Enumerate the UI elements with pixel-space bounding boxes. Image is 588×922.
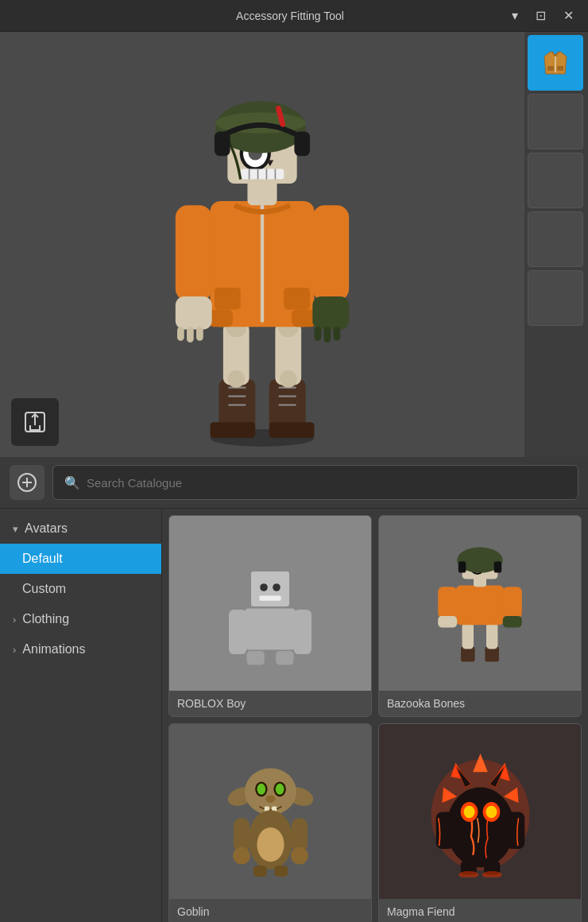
svg-rect-74 [438,616,457,627]
grid-card-goblin[interactable]: Goblin [168,723,372,922]
bazooka-bones-svg [416,540,544,667]
slot-5[interactable] [528,270,583,326]
svg-point-95 [257,827,284,861]
svg-rect-32 [324,327,331,343]
svg-rect-66 [276,651,293,665]
svg-point-90 [275,783,284,794]
svg-rect-73 [503,587,522,618]
svg-rect-25 [176,296,212,329]
svg-rect-75 [503,616,522,627]
svg-rect-24 [176,205,212,300]
svg-rect-100 [253,865,266,876]
sidebar-item-default[interactable]: Default [0,544,161,574]
svg-rect-62 [245,608,296,649]
svg-point-16 [280,370,297,388]
svg-rect-52 [547,66,554,71]
sidebar-section-avatars-label: Avatars [25,521,68,536]
svg-rect-58 [251,571,289,606]
svg-rect-7 [269,422,315,438]
close-button[interactable]: ✕ [559,6,578,25]
svg-point-112 [485,805,497,818]
goblin-svg [209,746,332,877]
search-box[interactable]: 🔍 [52,465,578,500]
window-title: Accessory Fitting Tool [73,10,507,22]
svg-point-99 [291,846,308,864]
svg-rect-101 [274,865,288,876]
svg-rect-116 [506,812,524,849]
accessory-slots-panel [524,32,588,457]
svg-rect-23 [292,309,316,327]
chevron-right-icon-clothing: › [13,614,16,626]
svg-rect-53 [557,66,563,71]
grid-card-magma-fiend[interactable]: Magma Fiend [378,723,582,922]
svg-point-15 [227,370,245,388]
sidebar: ▾ Avatars Default Custom › Clothing › An… [0,509,162,922]
svg-point-60 [273,583,280,591]
slot-4[interactable] [528,211,583,267]
svg-rect-30 [312,296,349,329]
grid-card-roblox-boy-image [169,516,371,691]
slot-1[interactable] [528,35,583,91]
export-icon [24,411,46,433]
grid-card-roblox-boy[interactable]: ROBLOX Boy [168,515,372,717]
sidebar-item-custom-label: Custom [22,582,66,596]
roblox-boy-svg [207,540,334,667]
svg-rect-26 [177,327,184,340]
viewport [0,32,588,457]
svg-rect-64 [294,610,311,654]
svg-point-59 [260,583,268,591]
slot-2[interactable] [528,94,583,149]
search-input[interactable] [87,476,567,490]
export-button[interactable] [11,398,59,446]
svg-rect-21 [284,288,310,309]
svg-rect-2 [210,422,255,438]
bottom-panel: ▾ Avatars Default Custom › Clothing › An… [0,509,588,922]
search-icon: 🔍 [64,475,80,490]
grid-card-bazooka-bones[interactable]: Bazooka Bones [378,515,582,717]
grid-card-roblox-boy-label: ROBLOX Boy [169,691,371,716]
sidebar-section-clothing-label: Clothing [22,612,69,626]
maximize-button[interactable]: ⊡ [531,6,551,25]
character-svg [0,32,524,457]
svg-point-108 [446,787,513,867]
sidebar-item-default-label: Default [22,552,63,566]
grid-card-bazooka-bones-image [379,516,581,691]
minimize-button[interactable]: ▾ [507,6,523,25]
svg-rect-27 [187,327,194,343]
grid-card-goblin-image [169,724,371,899]
slot-3[interactable] [528,153,583,208]
svg-rect-97 [291,818,307,852]
svg-rect-115 [435,812,454,849]
avatar-grid-container: ROBLOX Boy [168,515,582,922]
grid-card-goblin-label: Goblin [169,899,371,922]
title-bar-controls: ▾ ⊡ ✕ [507,6,578,25]
svg-point-91 [265,795,275,802]
svg-rect-33 [334,327,341,340]
title-bar: Accessory Fitting Tool ▾ ⊡ ✕ [0,0,588,32]
sidebar-section-clothing[interactable]: › Clothing [0,604,161,634]
svg-rect-22 [208,309,233,327]
svg-rect-31 [315,327,322,340]
character-display [0,32,524,457]
sidebar-item-custom[interactable]: Custom [0,574,161,604]
grid-card-magma-fiend-label: Magma Fiend [379,899,581,922]
jacket-icon [538,45,573,80]
chevron-down-icon: ▾ [13,523,18,535]
avatar-grid: ROBLOX Boy [162,509,588,922]
plus-circle-icon [17,472,37,493]
svg-point-86 [244,768,296,815]
grid-card-magma-fiend-image [379,724,581,899]
svg-rect-28 [196,327,203,340]
svg-rect-18 [261,205,264,322]
svg-rect-63 [229,610,246,654]
sidebar-section-animations[interactable]: › Animations [0,634,161,664]
svg-rect-96 [234,818,250,852]
chevron-right-icon-animations: › [13,644,16,656]
search-area: 🔍 [0,457,588,509]
sidebar-section-avatars[interactable]: ▾ Avatars [0,513,161,544]
svg-rect-29 [312,205,349,300]
svg-rect-69 [462,622,474,649]
magma-fiend-svg [419,746,542,877]
add-button[interactable] [10,465,44,500]
svg-rect-65 [246,651,264,665]
